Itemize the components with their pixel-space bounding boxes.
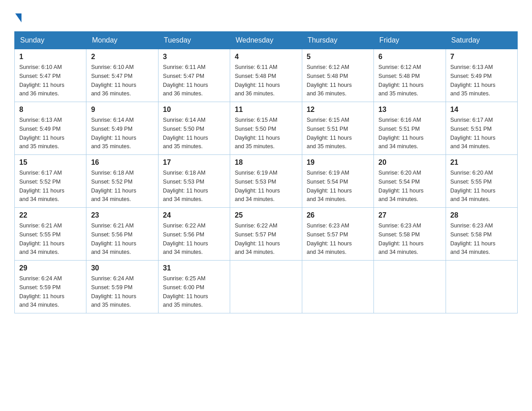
calendar-cell: 26 Sunrise: 6:23 AMSunset: 5:57 PMDaylig… — [302, 208, 373, 261]
header-sunday: Sunday — [15, 32, 86, 49]
calendar-cell: 21 Sunrise: 6:20 AMSunset: 5:55 PMDaylig… — [446, 155, 517, 208]
day-info: Sunrise: 6:20 AMSunset: 5:55 PMDaylight:… — [450, 170, 496, 202]
day-number: 8 — [19, 106, 82, 114]
header-tuesday: Tuesday — [158, 32, 230, 49]
day-info: Sunrise: 6:12 AMSunset: 5:48 PMDaylight:… — [307, 64, 352, 97]
day-number: 12 — [307, 106, 369, 114]
calendar-cell: 25 Sunrise: 6:22 AMSunset: 5:57 PMDaylig… — [230, 208, 302, 261]
day-number: 19 — [307, 158, 369, 167]
calendar-cell: 18 Sunrise: 6:19 AMSunset: 5:53 PMDaylig… — [230, 155, 302, 208]
day-number: 22 — [19, 211, 82, 219]
calendar-cell — [302, 261, 373, 313]
day-info: Sunrise: 6:14 AMSunset: 5:49 PMDaylight:… — [91, 117, 136, 150]
calendar-cell: 11 Sunrise: 6:15 AMSunset: 5:50 PMDaylig… — [230, 102, 302, 155]
day-number: 14 — [450, 106, 513, 114]
calendar-cell: 27 Sunrise: 6:23 AMSunset: 5:58 PMDaylig… — [374, 208, 446, 261]
day-number: 6 — [378, 53, 441, 61]
day-info: Sunrise: 6:24 AMSunset: 5:59 PMDaylight:… — [19, 275, 64, 308]
day-info: Sunrise: 6:18 AMSunset: 5:53 PMDaylight:… — [163, 170, 208, 202]
calendar-cell: 29 Sunrise: 6:24 AMSunset: 5:59 PMDaylig… — [15, 261, 86, 313]
calendar-cell — [230, 261, 302, 313]
day-info: Sunrise: 6:15 AMSunset: 5:51 PMDaylight:… — [307, 117, 352, 150]
day-info: Sunrise: 6:16 AMSunset: 5:51 PMDaylight:… — [378, 117, 424, 150]
day-number: 23 — [91, 211, 153, 219]
calendar-cell: 17 Sunrise: 6:18 AMSunset: 5:53 PMDaylig… — [158, 155, 230, 208]
day-info: Sunrise: 6:22 AMSunset: 5:57 PMDaylight:… — [235, 223, 280, 255]
calendar-week-2: 8 Sunrise: 6:13 AMSunset: 5:49 PMDayligh… — [15, 102, 518, 155]
calendar-cell: 10 Sunrise: 6:14 AMSunset: 5:50 PMDaylig… — [158, 102, 230, 155]
calendar-cell: 13 Sunrise: 6:16 AMSunset: 5:51 PMDaylig… — [374, 102, 446, 155]
day-number: 9 — [91, 106, 153, 114]
day-number: 24 — [163, 211, 225, 219]
calendar-cell — [446, 261, 517, 313]
calendar-cell — [374, 261, 446, 313]
calendar-cell: 24 Sunrise: 6:22 AMSunset: 5:56 PMDaylig… — [158, 208, 230, 261]
calendar-cell: 15 Sunrise: 6:17 AMSunset: 5:52 PMDaylig… — [15, 155, 86, 208]
day-info: Sunrise: 6:19 AMSunset: 5:54 PMDaylight:… — [307, 170, 352, 202]
calendar-cell: 5 Sunrise: 6:12 AMSunset: 5:48 PMDayligh… — [302, 49, 373, 102]
day-info: Sunrise: 6:23 AMSunset: 5:58 PMDaylight:… — [378, 223, 424, 255]
day-number: 10 — [163, 106, 225, 114]
day-number: 3 — [163, 53, 225, 61]
calendar-cell: 20 Sunrise: 6:20 AMSunset: 5:54 PMDaylig… — [374, 155, 446, 208]
calendar-cell: 3 Sunrise: 6:11 AMSunset: 5:47 PMDayligh… — [158, 49, 230, 102]
day-number: 16 — [91, 158, 153, 167]
logo-triangle-icon — [15, 13, 21, 22]
header-wednesday: Wednesday — [230, 32, 302, 49]
day-number: 5 — [307, 53, 369, 61]
calendar-cell: 31 Sunrise: 6:25 AMSunset: 6:00 PMDaylig… — [158, 261, 230, 313]
calendar-cell: 16 Sunrise: 6:18 AMSunset: 5:52 PMDaylig… — [86, 155, 158, 208]
day-info: Sunrise: 6:10 AMSunset: 5:47 PMDaylight:… — [19, 64, 64, 97]
day-number: 18 — [235, 158, 297, 167]
calendar-cell: 2 Sunrise: 6:10 AMSunset: 5:47 PMDayligh… — [86, 49, 158, 102]
day-number: 1 — [19, 53, 82, 61]
day-number: 28 — [450, 211, 513, 219]
calendar-week-4: 22 Sunrise: 6:21 AMSunset: 5:55 PMDaylig… — [15, 208, 518, 261]
calendar-cell: 7 Sunrise: 6:13 AMSunset: 5:49 PMDayligh… — [446, 49, 517, 102]
logo — [14, 11, 22, 22]
day-number: 20 — [378, 158, 441, 167]
logo-text — [14, 11, 22, 25]
day-number: 11 — [235, 106, 297, 114]
day-info: Sunrise: 6:13 AMSunset: 5:49 PMDaylight:… — [19, 117, 64, 150]
calendar-cell: 23 Sunrise: 6:21 AMSunset: 5:56 PMDaylig… — [86, 208, 158, 261]
day-info: Sunrise: 6:24 AMSunset: 5:59 PMDaylight:… — [91, 275, 136, 308]
day-info: Sunrise: 6:23 AMSunset: 5:58 PMDaylight:… — [450, 223, 496, 255]
calendar-cell: 28 Sunrise: 6:23 AMSunset: 5:58 PMDaylig… — [446, 208, 517, 261]
day-number: 30 — [91, 264, 153, 272]
day-number: 26 — [307, 211, 369, 219]
calendar-week-1: 1 Sunrise: 6:10 AMSunset: 5:47 PMDayligh… — [15, 49, 518, 102]
day-number: 31 — [163, 264, 225, 272]
day-number: 29 — [19, 264, 82, 272]
header-thursday: Thursday — [302, 32, 373, 49]
calendar-week-5: 29 Sunrise: 6:24 AMSunset: 5:59 PMDaylig… — [15, 261, 518, 313]
calendar-cell: 12 Sunrise: 6:15 AMSunset: 5:51 PMDaylig… — [302, 102, 373, 155]
day-number: 4 — [235, 53, 297, 61]
calendar-cell: 22 Sunrise: 6:21 AMSunset: 5:55 PMDaylig… — [15, 208, 86, 261]
day-number: 27 — [378, 211, 441, 219]
day-info: Sunrise: 6:22 AMSunset: 5:56 PMDaylight:… — [163, 223, 208, 255]
day-info: Sunrise: 6:10 AMSunset: 5:47 PMDaylight:… — [91, 64, 136, 97]
calendar-header-row: SundayMondayTuesdayWednesdayThursdayFrid… — [15, 32, 518, 49]
header-saturday: Saturday — [446, 32, 517, 49]
day-number: 7 — [450, 53, 513, 61]
day-info: Sunrise: 6:11 AMSunset: 5:48 PMDaylight:… — [235, 64, 280, 97]
header-monday: Monday — [86, 32, 158, 49]
day-number: 2 — [91, 53, 153, 61]
calendar-cell: 30 Sunrise: 6:24 AMSunset: 5:59 PMDaylig… — [86, 261, 158, 313]
header-friday: Friday — [374, 32, 446, 49]
calendar-cell: 6 Sunrise: 6:12 AMSunset: 5:48 PMDayligh… — [374, 49, 446, 102]
calendar-cell: 14 Sunrise: 6:17 AMSunset: 5:51 PMDaylig… — [446, 102, 517, 155]
page-header — [14, 11, 518, 22]
day-info: Sunrise: 6:13 AMSunset: 5:49 PMDaylight:… — [450, 64, 496, 97]
day-info: Sunrise: 6:23 AMSunset: 5:57 PMDaylight:… — [307, 223, 352, 255]
day-number: 25 — [235, 211, 297, 219]
day-number: 21 — [450, 158, 513, 167]
day-number: 15 — [19, 158, 82, 167]
day-info: Sunrise: 6:20 AMSunset: 5:54 PMDaylight:… — [378, 170, 424, 202]
calendar-week-3: 15 Sunrise: 6:17 AMSunset: 5:52 PMDaylig… — [15, 155, 518, 208]
day-info: Sunrise: 6:17 AMSunset: 5:52 PMDaylight:… — [19, 170, 64, 202]
day-info: Sunrise: 6:21 AMSunset: 5:55 PMDaylight:… — [19, 223, 64, 255]
day-info: Sunrise: 6:25 AMSunset: 6:00 PMDaylight:… — [163, 275, 208, 308]
day-number: 17 — [163, 158, 225, 167]
